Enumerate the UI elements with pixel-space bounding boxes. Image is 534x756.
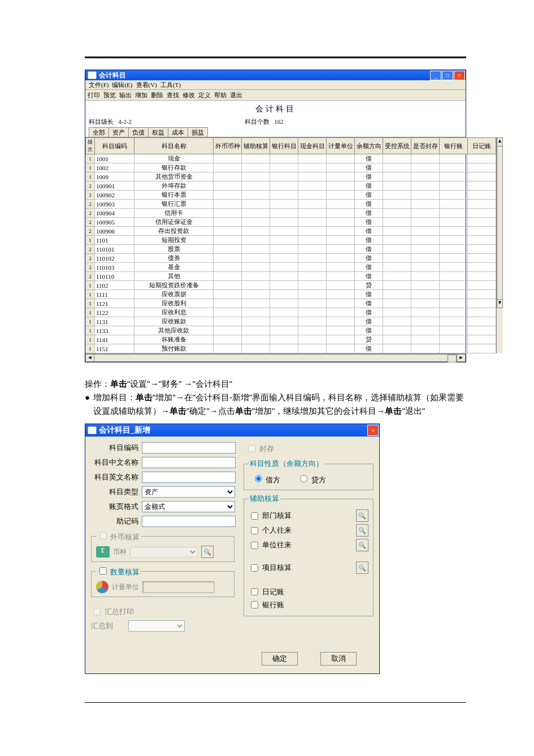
vertical-scrollbar[interactable]: ▲ ▼ bbox=[496, 137, 503, 353]
aux-dept-lookup-icon[interactable]: 🔍 bbox=[356, 509, 368, 522]
col-header: 辅助核算 bbox=[242, 138, 270, 154]
radio-debit[interactable]: 借方 bbox=[252, 473, 280, 485]
tb-find[interactable]: 查找 bbox=[167, 91, 179, 100]
tab-asset[interactable]: 资产 bbox=[108, 127, 129, 137]
aux-dept-checkbox[interactable] bbox=[251, 512, 258, 520]
col-header: 计量单位 bbox=[327, 138, 355, 154]
col-header: 科目编码 bbox=[95, 138, 134, 154]
table-row[interactable]: 11151预付账款借 bbox=[86, 344, 496, 353]
type-select[interactable]: 资产 bbox=[142, 486, 235, 498]
table-row[interactable]: 11122应收利息借 bbox=[86, 308, 496, 317]
dialog-close-button[interactable]: × bbox=[367, 425, 379, 436]
tb-help[interactable]: 帮助 bbox=[214, 91, 227, 100]
fx-group: 外币核算 £ 币种 🔍 bbox=[91, 530, 235, 562]
tb-add[interactable]: 增加 bbox=[135, 91, 147, 100]
name-en-input[interactable] bbox=[142, 472, 236, 483]
col-header: 是否封存 bbox=[411, 138, 440, 154]
tb-export[interactable]: 输出 bbox=[119, 91, 132, 100]
radio-credit[interactable]: 贷方 bbox=[297, 473, 325, 485]
tb-print[interactable]: 打印 bbox=[88, 91, 100, 100]
accounts-window: 会计科目 _ □ × 文件(F) 编辑(E) 查看(V) 工具(T) 打印 预览… bbox=[85, 70, 466, 362]
tab-pl[interactable]: 损益 bbox=[188, 127, 208, 137]
tb-exit[interactable]: 退出 bbox=[230, 91, 242, 100]
table-row[interactable]: 11131应收账款借 bbox=[86, 317, 496, 326]
tab-liability[interactable]: 负债 bbox=[128, 127, 149, 137]
col-header: 级次 bbox=[86, 138, 95, 154]
table-row[interactable]: 2100906存出投资款借 bbox=[86, 227, 496, 236]
menu-file[interactable]: 文件(F) bbox=[88, 81, 110, 89]
col-header: 现金科目 bbox=[298, 138, 327, 154]
tb-modify[interactable]: 修改 bbox=[183, 91, 195, 100]
label-name-en: 科目英文名称 bbox=[90, 472, 138, 482]
minimize-button[interactable]: _ bbox=[430, 71, 441, 80]
page-format-select[interactable]: 金额式 bbox=[142, 501, 235, 512]
window-title: 会计科目 bbox=[99, 71, 126, 80]
code-input[interactable] bbox=[142, 442, 236, 453]
menu-view[interactable]: 查看(V) bbox=[135, 81, 158, 89]
table-row[interactable]: 11121应收股利借 bbox=[86, 299, 496, 308]
table-row[interactable]: 2110110其他借 bbox=[86, 272, 496, 281]
aux-unit-lookup-icon[interactable]: 🔍 bbox=[356, 539, 368, 551]
accounts-table: 级次科目编码科目名称外币币种辅助核算银行科目现金科目计量单位余额方向受控系统是否… bbox=[85, 137, 496, 353]
scroll-up-icon[interactable]: ▲ bbox=[497, 137, 503, 146]
table-row[interactable]: 2110103基金借 bbox=[86, 263, 496, 272]
table-row[interactable]: 11009其他货币资金借 bbox=[86, 172, 496, 182]
table-row[interactable]: 11101短期投资借 bbox=[86, 236, 496, 245]
title-bar: 会计科目 _ □ × bbox=[85, 70, 466, 80]
maximize-button[interactable]: □ bbox=[442, 71, 453, 80]
label-code: 科目编码 bbox=[90, 443, 138, 453]
table-row[interactable]: 2100902银行本票借 bbox=[86, 191, 496, 200]
instructions-text: 操作：单击"设置"→"财务" →"会计科目" ● 增加科目：单击"增加"→在"会… bbox=[85, 377, 466, 418]
table-row[interactable]: 11133其他应收款借 bbox=[86, 326, 496, 335]
bank-checkbox[interactable] bbox=[251, 601, 258, 608]
table-row[interactable]: 11002银行存款借 bbox=[86, 163, 496, 172]
journal-checkbox[interactable] bbox=[251, 588, 258, 595]
sum-to-select bbox=[128, 620, 185, 632]
table-row[interactable]: 2100903银行汇票借 bbox=[86, 200, 496, 209]
unit-input bbox=[142, 581, 215, 593]
label-page: 账页格式 bbox=[90, 502, 138, 512]
aux-project-checkbox[interactable] bbox=[251, 564, 258, 572]
scroll-down-icon[interactable]: ▼ bbox=[497, 299, 503, 308]
menu-tool[interactable]: 工具(T) bbox=[159, 81, 182, 89]
label-currency: 币种 bbox=[113, 547, 127, 557]
horizontal-scrollbar[interactable]: ◄ ► bbox=[85, 353, 466, 362]
qty-checkbox[interactable] bbox=[99, 567, 107, 574]
ok-button[interactable]: 确定 bbox=[262, 652, 298, 666]
cancel-button[interactable]: 取消 bbox=[320, 652, 357, 666]
label-mnemonic: 助记码 bbox=[90, 516, 138, 526]
aux-person-lookup-icon[interactable]: 🔍 bbox=[356, 524, 368, 537]
table-row[interactable]: 2110101股票借 bbox=[86, 245, 496, 254]
pie-icon bbox=[96, 581, 108, 593]
tab-cost[interactable]: 成本 bbox=[168, 127, 188, 137]
currency-select bbox=[130, 547, 198, 558]
aux-project-lookup-icon[interactable]: 🔍 bbox=[356, 561, 368, 574]
aux-unit-checkbox[interactable] bbox=[251, 542, 258, 549]
tb-preview[interactable]: 预览 bbox=[103, 91, 116, 100]
table-row[interactable]: 11001现金借 bbox=[86, 154, 496, 163]
tb-define[interactable]: 定义 bbox=[198, 91, 211, 100]
table-row[interactable]: 2110102债券借 bbox=[86, 254, 496, 263]
mnemonic-input[interactable] bbox=[142, 516, 236, 527]
name-cn-input[interactable] bbox=[142, 457, 236, 468]
table-row[interactable]: 11141坏账准备贷 bbox=[86, 335, 496, 344]
aux-group: 辅助核算 部门核算 🔍 个人往来 🔍 单位往来 🔍 项目核算 🔍 日记账 银行账 bbox=[244, 494, 374, 616]
aux-person-checkbox[interactable] bbox=[251, 527, 258, 534]
tab-equity[interactable]: 权益 bbox=[148, 127, 168, 137]
tb-delete[interactable]: 删除 bbox=[151, 91, 163, 100]
close-button[interactable]: × bbox=[454, 71, 465, 80]
table-row[interactable]: 2100904信用卡借 bbox=[86, 209, 496, 218]
meta-bar: 科目级长 4-2-2 科目个数 162 bbox=[85, 118, 466, 127]
table-row[interactable]: 11111应收票据借 bbox=[86, 290, 496, 299]
menu-edit[interactable]: 编辑(E) bbox=[111, 81, 133, 89]
sum-checkbox bbox=[93, 608, 101, 615]
table-row[interactable]: 2100901外埠存款借 bbox=[86, 182, 496, 191]
app-icon bbox=[88, 71, 97, 79]
table-row[interactable]: 2100905信用证保证金借 bbox=[86, 218, 496, 227]
currency-icon: £ bbox=[96, 546, 110, 558]
label-name-cn: 科目中文名称 bbox=[90, 457, 138, 468]
scroll-right-icon[interactable]: ► bbox=[457, 354, 466, 362]
table-row[interactable]: 11102短期投资跌价准备贷 bbox=[86, 281, 496, 290]
tab-all[interactable]: 全部 bbox=[89, 127, 109, 137]
scroll-left-icon[interactable]: ◄ bbox=[85, 354, 94, 362]
